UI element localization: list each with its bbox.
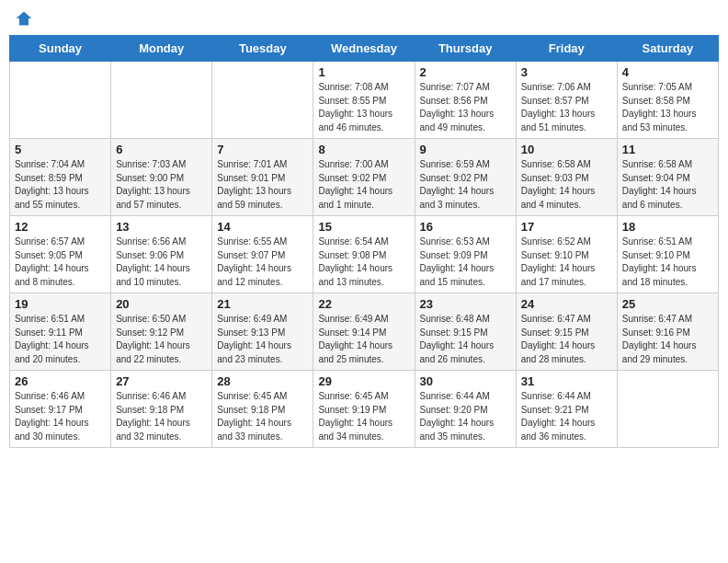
day-number: 13 xyxy=(116,220,207,234)
day-number: 10 xyxy=(521,143,612,156)
day-info: Sunrise: 6:52 AM Sunset: 9:10 PM Dayligh… xyxy=(521,236,612,289)
calendar-week-row: 12Sunrise: 6:57 AM Sunset: 9:05 PM Dayli… xyxy=(10,216,719,293)
calendar-cell: 7Sunrise: 7:01 AM Sunset: 9:01 PM Daylig… xyxy=(212,139,313,216)
calendar-cell: 1Sunrise: 7:08 AM Sunset: 8:55 PM Daylig… xyxy=(313,62,415,139)
day-info: Sunrise: 6:58 AM Sunset: 9:03 PM Dayligh… xyxy=(521,158,612,212)
day-number: 4 xyxy=(622,65,713,79)
day-number: 24 xyxy=(521,297,612,311)
calendar-cell: 20Sunrise: 6:50 AM Sunset: 9:12 PM Dayli… xyxy=(111,293,212,371)
day-number: 22 xyxy=(318,297,409,311)
day-number: 25 xyxy=(622,297,713,311)
day-info: Sunrise: 6:53 AM Sunset: 9:09 PM Dayligh… xyxy=(420,236,511,289)
day-number: 11 xyxy=(622,143,713,156)
day-info: Sunrise: 6:50 AM Sunset: 9:12 PM Dayligh… xyxy=(116,313,207,366)
day-info: Sunrise: 6:44 AM Sunset: 9:21 PM Dayligh… xyxy=(521,390,612,443)
calendar-cell xyxy=(111,62,212,139)
logo-icon xyxy=(15,9,33,28)
day-number: 19 xyxy=(15,297,106,311)
day-info: Sunrise: 6:56 AM Sunset: 9:06 PM Dayligh… xyxy=(116,236,207,289)
day-info: Sunrise: 7:05 AM Sunset: 8:58 PM Dayligh… xyxy=(622,81,713,134)
day-number: 28 xyxy=(217,374,308,388)
day-number: 31 xyxy=(521,374,612,388)
day-info: Sunrise: 6:45 AM Sunset: 9:18 PM Dayligh… xyxy=(217,390,308,443)
day-number: 2 xyxy=(420,65,511,79)
day-number: 8 xyxy=(318,143,409,156)
calendar-cell: 29Sunrise: 6:45 AM Sunset: 9:19 PM Dayli… xyxy=(313,371,415,448)
day-number: 29 xyxy=(318,374,409,388)
day-number: 5 xyxy=(15,143,106,156)
calendar-week-row: 5Sunrise: 7:04 AM Sunset: 8:59 PM Daylig… xyxy=(10,139,719,216)
day-info: Sunrise: 6:48 AM Sunset: 9:15 PM Dayligh… xyxy=(420,313,511,366)
calendar-cell xyxy=(212,62,313,139)
day-number: 16 xyxy=(420,220,511,234)
day-info: Sunrise: 6:51 AM Sunset: 9:10 PM Dayligh… xyxy=(622,236,713,289)
day-number: 20 xyxy=(116,297,207,311)
day-header-wednesday: Wednesday xyxy=(313,36,415,62)
calendar-cell: 18Sunrise: 6:51 AM Sunset: 9:10 PM Dayli… xyxy=(617,216,718,293)
calendar-cell: 3Sunrise: 7:06 AM Sunset: 8:57 PM Daylig… xyxy=(516,62,617,139)
day-info: Sunrise: 6:51 AM Sunset: 9:11 PM Dayligh… xyxy=(15,313,106,366)
day-info: Sunrise: 6:54 AM Sunset: 9:08 PM Dayligh… xyxy=(318,236,409,289)
day-number: 6 xyxy=(116,143,207,156)
day-info: Sunrise: 6:49 AM Sunset: 9:13 PM Dayligh… xyxy=(217,313,308,366)
calendar-cell: 14Sunrise: 6:55 AM Sunset: 9:07 PM Dayli… xyxy=(212,216,313,293)
calendar-cell: 5Sunrise: 7:04 AM Sunset: 8:59 PM Daylig… xyxy=(10,139,111,216)
day-info: Sunrise: 6:47 AM Sunset: 9:16 PM Dayligh… xyxy=(622,313,713,366)
calendar-week-row: 1Sunrise: 7:08 AM Sunset: 8:55 PM Daylig… xyxy=(10,62,719,139)
logo xyxy=(13,9,33,28)
calendar-cell: 10Sunrise: 6:58 AM Sunset: 9:03 PM Dayli… xyxy=(516,139,617,216)
day-header-thursday: Thursday xyxy=(415,36,516,62)
day-info: Sunrise: 6:55 AM Sunset: 9:07 PM Dayligh… xyxy=(217,236,308,289)
calendar-week-row: 26Sunrise: 6:46 AM Sunset: 9:17 PM Dayli… xyxy=(10,371,719,448)
page-header xyxy=(9,9,719,28)
calendar-cell: 9Sunrise: 6:59 AM Sunset: 9:02 PM Daylig… xyxy=(415,139,516,216)
day-number: 9 xyxy=(420,143,511,156)
calendar-cell: 28Sunrise: 6:45 AM Sunset: 9:18 PM Dayli… xyxy=(212,371,313,448)
calendar-cell: 17Sunrise: 6:52 AM Sunset: 9:10 PM Dayli… xyxy=(516,216,617,293)
day-info: Sunrise: 6:44 AM Sunset: 9:20 PM Dayligh… xyxy=(420,390,511,443)
day-number: 1 xyxy=(318,65,409,79)
day-number: 12 xyxy=(15,220,106,234)
day-info: Sunrise: 6:46 AM Sunset: 9:17 PM Dayligh… xyxy=(15,390,106,443)
calendar-header-row: SundayMondayTuesdayWednesdayThursdayFrid… xyxy=(10,36,719,62)
day-info: Sunrise: 6:59 AM Sunset: 9:02 PM Dayligh… xyxy=(420,158,511,212)
day-info: Sunrise: 7:08 AM Sunset: 8:55 PM Dayligh… xyxy=(318,81,409,134)
day-info: Sunrise: 7:03 AM Sunset: 9:00 PM Dayligh… xyxy=(116,158,207,212)
day-header-saturday: Saturday xyxy=(617,36,718,62)
day-number: 23 xyxy=(420,297,511,311)
calendar-cell xyxy=(10,62,111,139)
calendar-cell: 26Sunrise: 6:46 AM Sunset: 9:17 PM Dayli… xyxy=(10,371,111,448)
day-info: Sunrise: 7:01 AM Sunset: 9:01 PM Dayligh… xyxy=(217,158,308,212)
day-info: Sunrise: 6:46 AM Sunset: 9:18 PM Dayligh… xyxy=(116,390,207,443)
calendar-cell: 25Sunrise: 6:47 AM Sunset: 9:16 PM Dayli… xyxy=(617,293,718,371)
day-number: 14 xyxy=(217,220,308,234)
calendar-cell: 4Sunrise: 7:05 AM Sunset: 8:58 PM Daylig… xyxy=(617,62,718,139)
day-number: 30 xyxy=(420,374,511,388)
calendar-week-row: 19Sunrise: 6:51 AM Sunset: 9:11 PM Dayli… xyxy=(10,293,719,371)
day-info: Sunrise: 6:58 AM Sunset: 9:04 PM Dayligh… xyxy=(622,158,713,212)
day-header-monday: Monday xyxy=(111,36,212,62)
calendar-cell: 27Sunrise: 6:46 AM Sunset: 9:18 PM Dayli… xyxy=(111,371,212,448)
day-number: 3 xyxy=(521,65,612,79)
calendar-cell: 13Sunrise: 6:56 AM Sunset: 9:06 PM Dayli… xyxy=(111,216,212,293)
svg-marker-0 xyxy=(17,12,32,26)
day-number: 21 xyxy=(217,297,308,311)
day-info: Sunrise: 6:45 AM Sunset: 9:19 PM Dayligh… xyxy=(318,390,409,443)
calendar-cell: 16Sunrise: 6:53 AM Sunset: 9:09 PM Dayli… xyxy=(415,216,516,293)
day-info: Sunrise: 7:04 AM Sunset: 8:59 PM Dayligh… xyxy=(15,158,106,212)
calendar-cell: 15Sunrise: 6:54 AM Sunset: 9:08 PM Dayli… xyxy=(313,216,415,293)
calendar-cell: 6Sunrise: 7:03 AM Sunset: 9:00 PM Daylig… xyxy=(111,139,212,216)
day-info: Sunrise: 7:07 AM Sunset: 8:56 PM Dayligh… xyxy=(420,81,511,134)
calendar-cell: 23Sunrise: 6:48 AM Sunset: 9:15 PM Dayli… xyxy=(415,293,516,371)
day-number: 7 xyxy=(217,143,308,156)
day-info: Sunrise: 7:00 AM Sunset: 9:02 PM Dayligh… xyxy=(318,158,409,212)
calendar-cell: 22Sunrise: 6:49 AM Sunset: 9:14 PM Dayli… xyxy=(313,293,415,371)
day-info: Sunrise: 6:49 AM Sunset: 9:14 PM Dayligh… xyxy=(318,313,409,366)
day-number: 26 xyxy=(15,374,106,388)
day-info: Sunrise: 7:06 AM Sunset: 8:57 PM Dayligh… xyxy=(521,81,612,134)
day-number: 18 xyxy=(622,220,713,234)
day-header-sunday: Sunday xyxy=(10,36,111,62)
calendar-cell: 2Sunrise: 7:07 AM Sunset: 8:56 PM Daylig… xyxy=(415,62,516,139)
day-number: 17 xyxy=(521,220,612,234)
day-number: 15 xyxy=(318,220,409,234)
